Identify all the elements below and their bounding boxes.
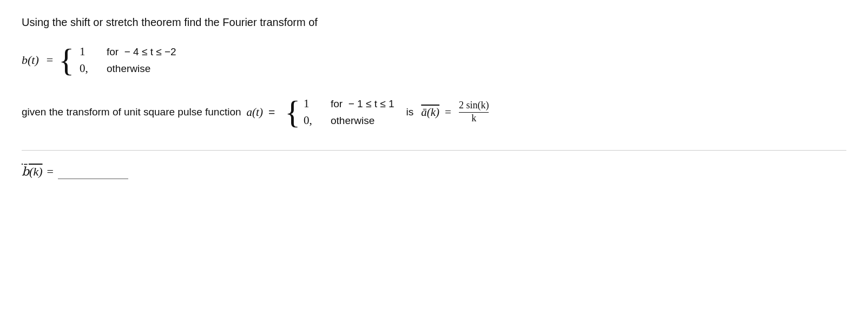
answer-equals: = — [47, 165, 54, 179]
section-divider — [22, 150, 846, 151]
function-b-cases: 1 for − 4 ≤ t ≤ −2 0, otherwise — [80, 45, 176, 75]
big-brace-a: { — [285, 96, 300, 128]
big-brace-b: { — [58, 44, 74, 76]
function-a-cases: 1 for − 1 ≤ t ≤ 1 0, otherwise — [304, 97, 394, 127]
answer-label: b̄(k) — [22, 165, 43, 179]
transform-equals: = — [445, 106, 451, 119]
intro-text: Using the shift or stretch theorem find … — [22, 16, 846, 29]
case-condition-a-2: otherwise — [331, 115, 374, 127]
case-value-b-1: 1 — [80, 45, 96, 58]
answer-input[interactable] — [58, 164, 128, 179]
case-row-a-1: 1 for − 1 ≤ t ≤ 1 — [304, 97, 394, 110]
case-row-a-2: 0, otherwise — [304, 114, 394, 127]
case-value-a-2: 0, — [304, 114, 320, 127]
case-condition-b-2: otherwise — [107, 63, 150, 75]
function-b-equals: = — [47, 53, 53, 67]
given-row: given the transform of unit square pulse… — [22, 96, 846, 128]
function-b-label: b(t) — [22, 53, 39, 67]
function-b-brace-container: { 1 for − 4 ≤ t ≤ −2 0, otherwise — [58, 44, 176, 76]
function-a-piecewise: { 1 for − 1 ≤ t ≤ 1 0, otherwise — [285, 96, 394, 128]
case-value-b-2: 0, — [80, 62, 96, 75]
function-b-block: b(t) = { 1 for − 4 ≤ t ≤ −2 0, otherwise — [22, 44, 846, 76]
transform-result: ā(k) = 2 sin(k) k — [421, 100, 491, 124]
fraction-denominator: k — [471, 113, 476, 125]
given-func-label: a(t) — [247, 106, 263, 119]
case-condition-b-1: for − 4 ≤ t ≤ −2 — [107, 46, 176, 58]
transform-label: ā(k) — [421, 106, 439, 119]
transform-fraction: 2 sin(k) k — [459, 100, 489, 124]
is-text: is — [406, 106, 414, 118]
case-row-b-2: 0, otherwise — [80, 62, 176, 75]
given-prefix-text: given the transform of unit square pulse… — [22, 106, 241, 118]
case-condition-a-1: for − 1 ≤ t ≤ 1 — [331, 98, 394, 110]
answer-row: b̄(k) = — [22, 164, 846, 179]
given-equals: = — [268, 106, 275, 119]
fraction-numerator: 2 sin(k) — [459, 100, 489, 113]
case-row-b-1: 1 for − 4 ≤ t ≤ −2 — [80, 45, 176, 58]
case-value-a-1: 1 — [304, 97, 320, 110]
